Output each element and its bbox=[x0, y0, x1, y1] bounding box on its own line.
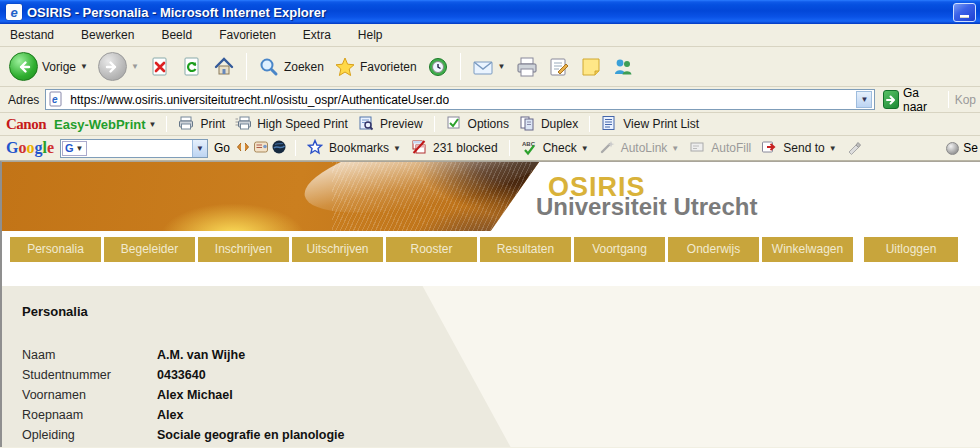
menu-bewerken[interactable]: Bewerken bbox=[81, 28, 134, 42]
preview-icon bbox=[358, 115, 376, 133]
canon-view-print-list-button[interactable]: View Print List bbox=[596, 113, 704, 135]
news-card-icon[interactable] bbox=[253, 139, 271, 157]
field-row-opleiding: Opleiding Sociale geografie en planologi… bbox=[22, 425, 980, 445]
mail-button[interactable]: ▼ bbox=[467, 54, 511, 80]
address-url: https://www.osiris.universiteitutrecht.n… bbox=[70, 93, 449, 107]
autolink-dropdown-icon: ▼ bbox=[671, 144, 679, 153]
tab-begeleider[interactable]: Begeleider bbox=[104, 237, 195, 262]
send-to-dropdown-icon: ▼ bbox=[829, 144, 837, 153]
print-button[interactable] bbox=[511, 54, 543, 80]
tab-resultaten[interactable]: Resultaten bbox=[480, 237, 571, 262]
field-label: Opleiding bbox=[22, 428, 157, 442]
send-to-label: Send to bbox=[783, 141, 824, 155]
tab-uitloggen[interactable]: Uitloggen bbox=[864, 237, 958, 262]
google-toolbar: Google G▼ ▼ Go Bookmarks ▼ 231 blocked bbox=[0, 136, 980, 161]
go-label[interactable]: Ga naar bbox=[903, 86, 938, 114]
bookmarks-button[interactable]: Bookmarks ▼ bbox=[302, 137, 406, 159]
back-dropdown-icon[interactable]: ▼ bbox=[80, 62, 88, 71]
history-icon bbox=[427, 56, 449, 78]
field-value: Alex bbox=[157, 408, 183, 422]
tab-rooster[interactable]: Rooster bbox=[386, 237, 477, 262]
star-icon bbox=[334, 56, 356, 78]
canon-toolbar: Canon Easy-WebPrint ▼ Print High Speed P… bbox=[0, 113, 980, 136]
spellcheck-button[interactable]: ABC Check ▼ bbox=[516, 137, 594, 159]
google-go-button[interactable]: Go bbox=[214, 141, 230, 155]
field-row-voornamen: Voornamen Alex Michael bbox=[22, 385, 980, 405]
canon-high-speed-print-button[interactable]: High Speed Print bbox=[230, 113, 353, 135]
google-search-dropdown-icon[interactable]: ▼ bbox=[192, 140, 207, 157]
refresh-icon bbox=[181, 56, 203, 78]
google-earth-icon[interactable] bbox=[271, 139, 289, 157]
menu-help[interactable]: Help bbox=[358, 28, 383, 42]
tab-inschrijven[interactable]: Inschrijven bbox=[198, 237, 289, 262]
back-arrow-icon bbox=[9, 52, 38, 81]
menu-bestand[interactable]: Bestand bbox=[10, 28, 54, 42]
send-to-button[interactable]: Send to ▼ bbox=[756, 137, 841, 159]
favorites-label: Favorieten bbox=[360, 60, 417, 74]
autofill-button[interactable]: AutoFill bbox=[684, 137, 756, 159]
messenger-button[interactable] bbox=[607, 54, 639, 80]
google-settings-button[interactable]: Se bbox=[946, 141, 980, 155]
favorites-button[interactable]: Favorieten bbox=[329, 54, 422, 80]
easy-webprint-menu[interactable]: Easy-WebPrint bbox=[54, 117, 146, 132]
bookmarks-star-icon bbox=[307, 139, 325, 157]
options-checkbox-icon bbox=[446, 115, 464, 133]
back-button[interactable]: Vorige ▼ bbox=[4, 50, 93, 83]
home-button[interactable] bbox=[208, 54, 240, 80]
internet-explorer-icon: e bbox=[6, 4, 22, 20]
bookmarks-label: Bookmarks bbox=[329, 141, 389, 155]
edit-page-icon bbox=[548, 56, 570, 78]
stop-button[interactable] bbox=[144, 54, 176, 80]
canon-preview-button[interactable]: Preview bbox=[353, 113, 428, 135]
popup-blocker-icon bbox=[411, 139, 429, 157]
minimize-button[interactable] bbox=[953, 3, 976, 22]
print-list-icon bbox=[601, 115, 619, 133]
messenger-people-icon bbox=[612, 56, 634, 78]
forward-dropdown-icon[interactable]: ▼ bbox=[131, 62, 139, 71]
links-label[interactable]: Kop bbox=[955, 93, 976, 107]
google-search-type-chip[interactable]: G▼ bbox=[62, 141, 86, 156]
duplex-icon bbox=[519, 115, 537, 133]
forward-button[interactable]: ▼ bbox=[93, 50, 144, 83]
popup-blocker-button[interactable]: 231 blocked bbox=[406, 137, 503, 159]
google-logo-letter: G bbox=[6, 139, 18, 156]
check-label: Check bbox=[543, 141, 577, 155]
tab-onderwijs[interactable]: Onderwijs bbox=[668, 237, 759, 262]
address-input[interactable]: e https://www.osiris.universiteitutrecht… bbox=[45, 89, 875, 110]
content-heading: Personalia bbox=[22, 304, 980, 319]
field-label: Voornamen bbox=[22, 388, 157, 402]
printer-icon bbox=[516, 56, 538, 78]
google-search-input[interactable]: G▼ ▼ bbox=[60, 139, 208, 158]
address-dropdown-icon[interactable]: ▼ bbox=[856, 91, 872, 108]
canon-duplex-button[interactable]: Duplex bbox=[514, 113, 583, 135]
history-button[interactable] bbox=[422, 54, 454, 80]
title-bar: e OSIRIS - Personalia - Microsoft Intern… bbox=[0, 0, 980, 24]
menu-favorieten[interactable]: Favorieten bbox=[219, 28, 276, 42]
canon-duplex-label: Duplex bbox=[541, 117, 578, 131]
menu-beeld[interactable]: Beeld bbox=[161, 28, 192, 42]
canon-print-button[interactable]: Print bbox=[173, 113, 230, 135]
go-icon[interactable] bbox=[883, 90, 899, 109]
tab-winkelwagen[interactable]: Winkelwagen bbox=[762, 237, 853, 262]
mail-dropdown-icon[interactable]: ▼ bbox=[498, 62, 506, 71]
tab-bar: Personalia Begeleider Inschrijven Uitsch… bbox=[2, 231, 980, 262]
tab-uitschrijven[interactable]: Uitschrijven bbox=[292, 237, 383, 262]
toolbar-separator bbox=[246, 53, 247, 80]
messenger-note-button[interactable] bbox=[575, 54, 607, 80]
menu-extra[interactable]: Extra bbox=[303, 28, 331, 42]
autolink-button[interactable]: AutoLink ▼ bbox=[594, 137, 685, 159]
search-button[interactable]: Zoeken bbox=[253, 54, 329, 80]
easy-webprint-dropdown-icon[interactable]: ▼ bbox=[149, 120, 157, 129]
search-icon bbox=[258, 56, 280, 78]
page-icon: e bbox=[48, 91, 66, 109]
refresh-button[interactable] bbox=[176, 54, 208, 80]
tab-personalia[interactable]: Personalia bbox=[10, 237, 101, 262]
content-area: Personalia Naam A.M. van Wijhe Studentnu… bbox=[2, 286, 980, 447]
chip-dropdown-icon: ▼ bbox=[76, 144, 84, 153]
edit-button[interactable] bbox=[543, 54, 575, 80]
highlighter-icon[interactable] bbox=[846, 139, 864, 157]
toolbar-separator bbox=[295, 140, 296, 157]
tab-voortgang[interactable]: Voortgang bbox=[574, 237, 665, 262]
pagerank-arrows-icon[interactable] bbox=[235, 139, 253, 157]
canon-options-button[interactable]: Options bbox=[441, 113, 514, 135]
